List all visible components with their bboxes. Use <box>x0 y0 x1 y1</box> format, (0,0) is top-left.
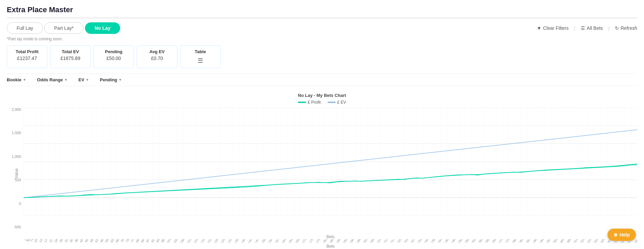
x-label: 2066 <box>370 239 376 243</box>
stat-total-ev[interactable]: Total EV £1875.89 <box>50 45 91 68</box>
x-label: 1191 <box>200 239 206 243</box>
x-label: 2661 <box>485 239 491 243</box>
x-label: 3116 <box>573 239 579 243</box>
x-label: 2136 <box>383 239 390 243</box>
x-label: 1366 <box>234 239 240 243</box>
filter-ev[interactable]: EV ▼ <box>79 77 89 82</box>
tab-full-lay[interactable]: Full Lay <box>7 22 43 34</box>
refresh-button[interactable]: ↻ Refresh <box>615 25 637 31</box>
x-label: 1681 <box>295 239 301 243</box>
all-bets-icon: ☰ <box>581 25 585 31</box>
x-label: 2626 <box>478 239 484 243</box>
filter-ev-label: EV <box>79 77 84 82</box>
stat-pending-label: Pending <box>102 49 126 54</box>
x-label: 596 <box>105 239 110 243</box>
x-label: 351 <box>69 239 74 243</box>
clear-filters-label: Clear Filters <box>543 25 569 31</box>
all-bets-button[interactable]: ☰ All Bets <box>581 25 603 31</box>
x-label: 2591 <box>471 239 478 243</box>
x-axis-wrapper: 1367110614117621124628131635138642145649… <box>7 239 637 243</box>
all-bets-label: All Bets <box>587 25 603 31</box>
filter-odds-range[interactable]: Odds Range ▼ <box>37 77 67 82</box>
y-label-500: 500 <box>15 178 21 182</box>
x-label: 1016 <box>166 239 173 243</box>
x-label: 806 <box>135 239 140 243</box>
x-label: 246 <box>54 239 59 243</box>
filter-pending-label: Pending <box>100 77 117 82</box>
chart-area: 2,000 1,500 1,000 500 0 -500 Value <box>7 107 637 239</box>
stat-table[interactable]: Table ☰ <box>180 45 221 68</box>
refresh-label: Refresh <box>621 25 637 31</box>
help-button[interactable]: ⊕ Help <box>607 229 636 241</box>
x-label: 176 <box>44 239 49 243</box>
x-label: 1926 <box>342 239 349 243</box>
x-label: 2416 <box>437 239 444 243</box>
x-label: 1156 <box>193 239 200 243</box>
x-label: 141 <box>39 239 44 243</box>
x-label: 1891 <box>336 239 342 243</box>
x-label: 2766 <box>505 239 511 243</box>
x-label: 2556 <box>464 239 471 243</box>
x-label: 316 <box>64 239 69 243</box>
x-label: 1541 <box>268 239 274 243</box>
y-label-2000: 2,000 <box>12 107 21 111</box>
x-label: 1751 <box>309 239 315 243</box>
x-label: 3431 <box>634 239 637 243</box>
x-label: 3011 <box>553 239 559 243</box>
x-label: 981 <box>161 239 166 243</box>
x-label: 456 <box>84 239 90 243</box>
filter-bookie[interactable]: Bookie ▼ <box>7 77 26 82</box>
bookie-chevron-icon: ▼ <box>23 78 26 82</box>
x-label: 2906 <box>532 239 539 243</box>
clear-filters-button[interactable]: ▼ Clear Filters <box>537 25 569 31</box>
y-label-neg500: -500 <box>14 225 21 229</box>
x-label: 2976 <box>546 239 552 243</box>
x-label: 1961 <box>349 239 356 243</box>
refresh-icon: ↻ <box>615 25 619 31</box>
x-label: 2381 <box>430 239 437 243</box>
tab-part-lay[interactable]: Part Lay* <box>44 22 84 34</box>
stat-pending[interactable]: Pending £50.00 <box>93 45 134 68</box>
stat-total-ev-value: £1875.89 <box>59 56 82 61</box>
x-label: 841 <box>140 239 146 243</box>
x-label: 1331 <box>227 239 234 243</box>
x-label: 1226 <box>207 239 213 243</box>
x-label: 106 <box>34 239 39 243</box>
tab-group: Full Lay Part Lay* No Lay <box>7 22 120 34</box>
x-label: 2521 <box>458 239 464 243</box>
stat-total-profit[interactable]: Total Profit £1237.47 <box>7 45 47 68</box>
x-label: 3186 <box>586 239 593 243</box>
x-label: 2941 <box>539 239 546 243</box>
x-label: 2311 <box>417 239 423 243</box>
chart-title: No Lay - My Bets Chart <box>7 93 637 98</box>
x-label: 2171 <box>390 239 396 243</box>
x-axis-title: Bets <box>24 234 637 239</box>
stat-avg-ev[interactable]: Avg EV £0.70 <box>137 45 177 68</box>
x-label: 1646 <box>288 239 294 243</box>
x-label: 1856 <box>329 239 335 243</box>
stat-total-ev-label: Total EV <box>59 49 82 54</box>
x-label: 2346 <box>424 239 430 243</box>
filter-odds-range-label: Odds Range <box>37 77 63 82</box>
x-label: 2836 <box>518 239 525 243</box>
stat-pending-value: £50.00 <box>102 56 126 61</box>
x-label: 1436 <box>247 239 254 243</box>
page-title: Extra Place Master <box>7 5 637 18</box>
stat-avg-ev-label: Avg EV <box>145 49 169 54</box>
x-axis-title-bottom: Bets <box>7 244 637 249</box>
chart-legend: £ Profit £ EV <box>7 100 637 105</box>
x-label: 2696 <box>491 239 498 243</box>
filter-pending[interactable]: Pending ▼ <box>100 77 122 82</box>
x-label: 3256 <box>600 239 606 243</box>
stats-row: Total Profit £1237.47 Total EV £1875.89 … <box>7 45 637 68</box>
x-label: 946 <box>156 239 161 243</box>
x-label: 1506 <box>261 239 267 243</box>
x-label: 1611 <box>281 239 288 243</box>
x-label: 1716 <box>302 239 308 243</box>
filter-row: Bookie ▼ Odds Range ▼ EV ▼ Pending ▼ <box>7 74 637 86</box>
tab-no-lay[interactable]: No Lay <box>85 22 120 34</box>
odds-range-chevron-icon: ▼ <box>64 78 68 82</box>
x-label: 1821 <box>322 239 329 243</box>
legend-profit: £ Profit <box>298 100 320 105</box>
x-label: 3046 <box>559 239 566 243</box>
